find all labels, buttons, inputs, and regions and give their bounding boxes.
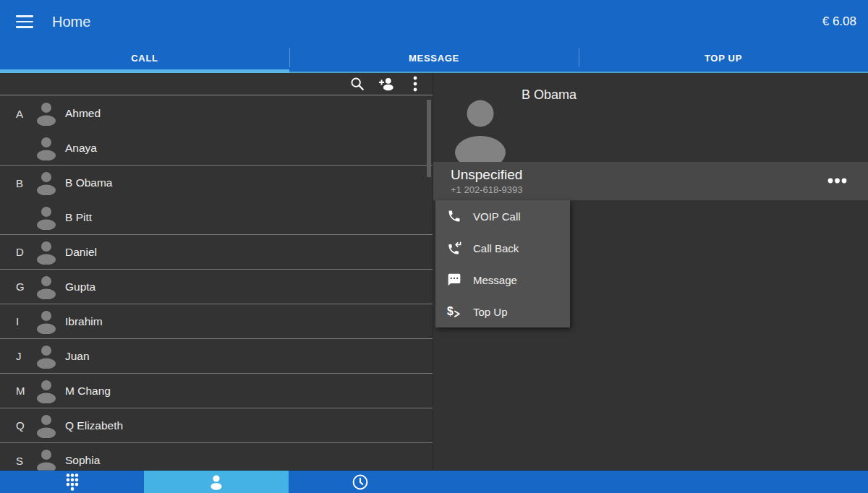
contact-avatar xyxy=(35,413,58,438)
tab-message[interactable]: MESSAGE xyxy=(289,43,579,73)
contact-avatar xyxy=(35,448,58,471)
contact-row[interactable]: MM Chang xyxy=(0,374,433,408)
menu-item-call-back[interactable]: Call Back xyxy=(435,232,570,264)
contact-name: Ibrahim xyxy=(65,315,103,328)
contact-row[interactable]: AAhmed xyxy=(0,96,433,131)
contact-avatar xyxy=(35,275,58,299)
contact-avatar xyxy=(35,240,58,265)
list-scrollbar[interactable] xyxy=(427,100,431,177)
bottom-nav-filler xyxy=(433,471,868,493)
contact-list: AAhmedAnayaBB ObamaB PittDDanielGGuptaII… xyxy=(0,96,433,471)
bottom-nav-history-tab[interactable] xyxy=(289,471,433,493)
contact-row[interactable]: GGupta xyxy=(0,270,433,304)
contact-row[interactable]: DDaniel xyxy=(0,235,433,270)
contact-name: Gupta xyxy=(65,280,95,293)
tab-top-up[interactable]: TOP UP xyxy=(579,43,868,73)
contact-row[interactable]: IIbrahim xyxy=(0,304,433,339)
bottom-nav-dialpad-tab[interactable] xyxy=(0,471,144,493)
app-bar: Home € 6.08 xyxy=(0,0,868,43)
contact-name: Anaya xyxy=(65,142,97,155)
contacts-icon xyxy=(208,474,224,490)
group-letter: G xyxy=(16,280,35,293)
bottom-nav-contacts-tab[interactable] xyxy=(144,471,288,493)
overflow-horizontal-icon[interactable] xyxy=(827,174,848,187)
contact-row[interactable]: JJuan xyxy=(0,339,433,374)
number-label: Unspecified xyxy=(451,166,868,184)
group-letter: S xyxy=(16,455,35,467)
balance-amount[interactable]: € 6.08 xyxy=(822,14,856,29)
group-letter: A xyxy=(16,108,35,120)
contact-avatar xyxy=(455,95,506,162)
contact-name: M Chang xyxy=(65,385,111,398)
group-letter: M xyxy=(16,385,35,397)
group-letter: I xyxy=(16,315,35,327)
contact-avatar xyxy=(35,344,58,369)
menu-item-voip-call[interactable]: VOIP Call xyxy=(435,200,570,232)
contact-row[interactable]: Anaya xyxy=(0,131,433,166)
list-toolbar xyxy=(0,73,433,95)
tab-bar: CALLMESSAGETOP UP xyxy=(0,43,868,73)
contact-detail-name: B Obama xyxy=(522,87,576,103)
contact-row[interactable]: B Pitt xyxy=(0,200,433,235)
tab-call[interactable]: CALL xyxy=(0,43,289,73)
history-icon xyxy=(352,473,369,491)
contact-avatar xyxy=(35,136,58,160)
svg-text:$: $ xyxy=(447,306,454,318)
contact-avatar xyxy=(35,205,58,230)
contact-list-pane: AAhmedAnayaBB ObamaB PittDDanielGGuptaII… xyxy=(0,73,433,471)
contact-name: Sophia xyxy=(65,454,100,467)
menu-item-top-up[interactable]: $Top Up xyxy=(435,296,570,327)
content-area: AAhmedAnayaBB ObamaB PittDDanielGGuptaII… xyxy=(0,73,868,471)
hamburger-icon[interactable] xyxy=(16,15,33,28)
dialpad-icon xyxy=(64,473,80,492)
menu-item-label: Message xyxy=(473,274,517,286)
group-letter: Q xyxy=(16,419,35,432)
overflow-menu-icon[interactable] xyxy=(407,75,424,93)
group-letter: D xyxy=(16,246,35,258)
page-title: Home xyxy=(52,14,90,30)
menu-item-label: Call Back xyxy=(473,242,519,254)
phone-number: +1 202-618-9393 xyxy=(451,184,868,196)
number-row[interactable]: Unspecified +1 202-618-9393 xyxy=(433,162,868,200)
contact-name: B Pitt xyxy=(65,211,92,224)
menu-item-label: VOIP Call xyxy=(473,210,521,223)
contact-detail-header: B Obama xyxy=(433,73,868,162)
callback-icon xyxy=(446,240,462,256)
add-contact-icon[interactable] xyxy=(378,75,395,93)
contact-name: Juan xyxy=(65,350,90,363)
contact-avatar xyxy=(35,309,58,334)
action-popup-menu: VOIP CallCall BackMessage$Top Up xyxy=(435,200,570,327)
contact-avatar xyxy=(35,171,58,195)
bottom-nav-bar xyxy=(0,471,868,493)
menu-item-message[interactable]: Message xyxy=(435,264,570,296)
group-letter: J xyxy=(16,350,35,362)
phone-icon xyxy=(446,208,462,224)
contact-row[interactable]: QQ Elizabeth xyxy=(0,408,433,443)
message-icon xyxy=(446,272,462,288)
menu-item-label: Top Up xyxy=(473,306,508,318)
contact-name: Daniel xyxy=(65,246,97,259)
contact-avatar xyxy=(35,101,58,126)
contact-detail-pane: B Obama Unspecified +1 202-618-9393 VOIP… xyxy=(433,73,868,471)
contact-name: Ahmed xyxy=(65,107,101,120)
app-screen: Home € 6.08 CALLMESSAGETOP UP xyxy=(0,0,868,493)
contact-avatar xyxy=(35,379,58,403)
contact-row[interactable]: BB Obama xyxy=(0,166,433,200)
group-letter: B xyxy=(16,177,35,189)
contact-name: B Obama xyxy=(65,176,112,189)
contact-row[interactable]: SSophia xyxy=(0,443,433,471)
contact-name: Q Elizabeth xyxy=(65,419,123,432)
topup-icon: $ xyxy=(446,304,462,320)
search-icon[interactable] xyxy=(349,75,366,93)
